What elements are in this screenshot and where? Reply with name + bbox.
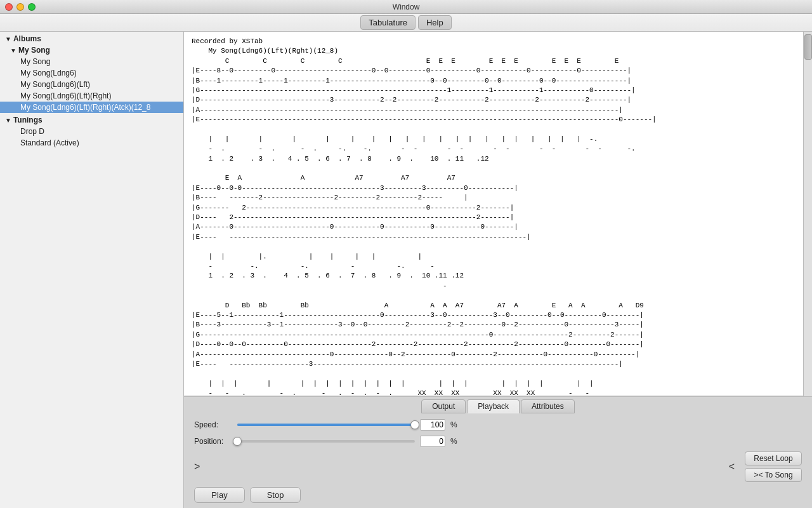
main-layout: ▼Albums ▼My Song My Song My Song(Ldng6) … bbox=[0, 32, 812, 508]
loop-buttons: Reset Loop >< To Song bbox=[745, 451, 802, 482]
sidebar-item-mysong-lft[interactable]: My Song(Ldng6)(Lft) bbox=[0, 79, 183, 90]
window-controls bbox=[5, 3, 36, 11]
sidebar-item-mysong-ldng6[interactable]: My Song(Ldng6) bbox=[0, 67, 183, 79]
speed-value-input[interactable] bbox=[420, 419, 445, 431]
sidebar-item-standard[interactable]: Standard (Active) bbox=[0, 137, 183, 149]
play-button[interactable]: Play bbox=[194, 487, 245, 503]
position-slider-container[interactable] bbox=[237, 435, 415, 448]
tab-attributes[interactable]: Attributes bbox=[521, 399, 575, 413]
triangle-icon: ▼ bbox=[5, 36, 11, 43]
sidebar-section-albums[interactable]: ▼Albums bbox=[0, 32, 183, 44]
position-pct-label: % bbox=[450, 437, 457, 446]
position-slider-track bbox=[237, 440, 415, 443]
tabulature-menu[interactable]: Tabulature bbox=[360, 15, 416, 30]
tab-scroll-container: Recorded by XSTab My Song(Ldng6)(Lft)(Rg… bbox=[184, 32, 812, 396]
sidebar-item-mysong[interactable]: My Song bbox=[0, 56, 183, 67]
bottom-panel: Output Playback Attributes Speed: bbox=[184, 396, 812, 508]
close-button[interactable] bbox=[5, 3, 13, 11]
title-bar: Window bbox=[0, 0, 812, 14]
maximize-button[interactable] bbox=[28, 3, 36, 11]
sidebar-group-mysong[interactable]: ▼My Song bbox=[0, 44, 183, 56]
speed-slider-thumb[interactable] bbox=[410, 420, 419, 429]
stop-button[interactable]: Stop bbox=[250, 487, 301, 503]
sidebar-section-tunings[interactable]: ▼Tunings bbox=[0, 113, 183, 126]
sidebar-item-mysong-rght[interactable]: My Song(Ldng6)(Lft)(Rght) bbox=[0, 90, 183, 102]
sidebar: ▼Albums ▼My Song My Song My Song(Ldng6) … bbox=[0, 32, 184, 508]
scrollbar-thumb[interactable] bbox=[804, 34, 812, 60]
triangle-icon-3: ▼ bbox=[5, 117, 11, 124]
speed-row: Speed: % bbox=[194, 418, 802, 431]
menu-bar: Tabulature Help bbox=[0, 14, 812, 32]
speed-pct-label: % bbox=[450, 420, 457, 429]
playback-row: Play Stop bbox=[194, 487, 802, 503]
content-area: Recorded by XSTab My Song(Ldng6)(Lft)(Rg… bbox=[184, 32, 812, 508]
reset-loop-button[interactable]: Reset Loop bbox=[745, 451, 802, 465]
loop-end-marker[interactable]: < bbox=[729, 461, 735, 472]
position-row: Position: % bbox=[194, 435, 802, 448]
triangle-icon-2: ▼ bbox=[10, 47, 16, 54]
scrollbar-track[interactable] bbox=[803, 32, 812, 396]
position-label: Position: bbox=[194, 437, 232, 446]
to-song-button[interactable]: >< To Song bbox=[745, 468, 802, 482]
minimize-button[interactable] bbox=[16, 3, 24, 11]
speed-slider-track bbox=[237, 424, 415, 426]
sidebar-item-mysong-atck[interactable]: My Song(Ldng6)(Lft)(Rght)(Atck)(12_8 bbox=[0, 102, 183, 113]
sidebar-item-dropd[interactable]: Drop D bbox=[0, 126, 183, 137]
window-title: Window bbox=[393, 3, 420, 11]
tab-output[interactable]: Output bbox=[421, 399, 466, 413]
tab-playback[interactable]: Playback bbox=[467, 399, 520, 413]
tab-display[interactable]: Recorded by XSTab My Song(Ldng6)(Lft)(Rg… bbox=[184, 32, 803, 396]
help-menu[interactable]: Help bbox=[418, 15, 452, 30]
playback-controls: Speed: % Position: bbox=[184, 413, 812, 508]
speed-label: Speed: bbox=[194, 420, 232, 429]
speed-slider-fill bbox=[237, 424, 415, 426]
speed-slider-container[interactable] bbox=[237, 418, 415, 431]
panel-tabs: Output Playback Attributes bbox=[184, 397, 812, 413]
position-slider-thumb[interactable] bbox=[233, 437, 242, 446]
loop-start-marker[interactable]: > bbox=[194, 461, 200, 472]
position-value-input[interactable] bbox=[420, 436, 445, 447]
